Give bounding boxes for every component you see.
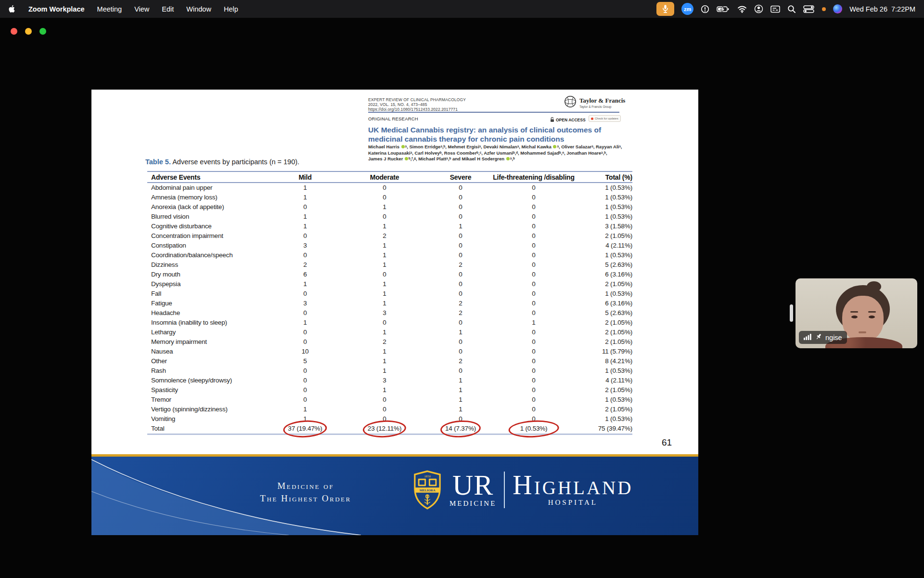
check-for-updates-badge[interactable]: Check for updates <box>589 115 621 122</box>
red-circle-annotation: 14 (7.37%) <box>445 424 476 434</box>
table-row: Dry mouth60006 (3.16%) <box>147 270 632 279</box>
zoom-menubar-icon[interactable]: zm <box>681 3 693 15</box>
slide-footer-banner: Medicine of The Highest Order 1850 MELIO… <box>91 454 698 535</box>
control-center-icon[interactable] <box>803 5 815 13</box>
table-row: Concentration impairment02002 (1.05%) <box>147 231 632 241</box>
pinned-icon <box>815 333 822 342</box>
medicine-tagline: Medicine of The Highest Order <box>236 480 375 505</box>
menu-item-window[interactable]: Window <box>186 5 211 13</box>
table-row: Amnesia (memory loss)10001 (0.53%) <box>147 193 632 202</box>
table-row: Spasticity01102 (1.05%) <box>147 385 632 395</box>
table-row: Headache03205 (2.63%) <box>147 308 632 318</box>
table-row: Fall01001 (0.53%) <box>147 289 632 299</box>
author-line: James J Rucker ᵇ,ᶠ,ᵍ, Michael Plattᵃ,ᵇ a… <box>368 156 630 162</box>
minimize-window-button[interactable] <box>25 28 32 35</box>
taylor-francis-globe-icon <box>564 95 577 110</box>
table-row: Blurred vision10001 (0.53%) <box>147 212 632 222</box>
author-line: Michael Harris ᵃ, Simon Erridgeᵃ,ᵇ, Mehm… <box>368 144 630 150</box>
table-row: Tremor00101 (0.53%) <box>147 395 632 405</box>
open-access-lock-icon <box>550 116 554 124</box>
recording-indicator-dot <box>822 7 826 11</box>
paper-title: UK Medical Cannabis registry: an analysi… <box>368 125 628 144</box>
zoom-window-button[interactable] <box>39 28 46 35</box>
video-panel-collapse-handle[interactable] <box>790 304 793 322</box>
column-header-4: Life-threatening /disabling <box>493 172 575 183</box>
window-controls <box>11 28 46 35</box>
table-row: Abdominal pain upper10001 (0.53%) <box>147 183 632 193</box>
journal-info: EXPERT REVIEW OF CLINICAL PHARMACOLOGY 2… <box>368 97 466 112</box>
update-alert-icon[interactable] <box>701 5 709 13</box>
table-row: Memory impairment02002 (1.05%) <box>147 337 632 347</box>
input-source-icon[interactable] <box>770 5 780 13</box>
wifi-icon[interactable] <box>737 5 747 13</box>
author-line: Katerina Loupasakiᵃ, Carl Holveyᵇ, Ross … <box>368 150 630 157</box>
participant-name: ngise <box>825 334 842 342</box>
table-row: Nausea1010011 (5.79%) <box>147 347 632 356</box>
screenshot-root: { "menu_bar": { "app_name": "Zoom Workpl… <box>0 0 924 578</box>
adverse-events-table: Adverse EventsMildModerateSevereLife-thr… <box>147 171 632 435</box>
svg-text:1850: 1850 <box>424 474 431 478</box>
mic-active-button[interactable] <box>656 2 674 16</box>
siri-icon[interactable] <box>833 4 842 13</box>
svg-text:MELIORA: MELIORA <box>419 488 435 492</box>
orcid-icon <box>405 157 408 160</box>
publisher-group: Taylor & Francis Group <box>579 105 625 108</box>
crossmark-icon <box>591 118 593 120</box>
participant-name-tag: ngise <box>799 331 847 344</box>
red-circle-annotation: 23 (12.11%) <box>368 424 401 434</box>
table-total-row: Total37 (19.47%)23 (12.11%)14 (7.37%)1 (… <box>147 424 632 434</box>
close-window-button[interactable] <box>11 28 17 35</box>
menu-item-help[interactable]: Help <box>224 5 238 13</box>
red-circle-annotation: 1 (0.53%) <box>520 424 548 434</box>
table-row: Other51208 (4.21%) <box>147 356 632 366</box>
table-row: Cognitive disturbance11103 (1.58%) <box>147 222 632 231</box>
article-type-label: ORIGINAL RESEARCH <box>368 116 418 121</box>
ur-medicine-wordmark: UR MEDICINE <box>449 473 496 508</box>
column-header-5: Total (%) <box>605 172 632 183</box>
connection-quality-icon <box>804 333 812 342</box>
table-row: Vertigo (spinning/dizziness)10102 (1.05%… <box>147 405 632 414</box>
table-row: Somnolence (sleepy/drowsy)03104 (2.11%) <box>147 376 632 385</box>
table-row: Constipation31004 (2.11%) <box>147 241 632 250</box>
table-header-row: Adverse EventsMildModerateSevereLife-thr… <box>147 171 632 183</box>
table-caption: Table 5. Adverse events by participants … <box>145 158 299 166</box>
highland-hospital-wordmark: Highland HOSPITAL <box>513 473 633 507</box>
table-row: Lethargy01102 (1.05%) <box>147 328 632 337</box>
participant-video-tile[interactable]: ngise <box>796 278 917 348</box>
logo-divider <box>504 472 505 508</box>
table-row: Dizziness21205 (2.63%) <box>147 260 632 270</box>
menu-item-meeting[interactable]: Meeting <box>97 5 122 13</box>
column-header-1: Mild <box>298 172 311 183</box>
column-header-2: Moderate <box>370 172 399 183</box>
orcid-icon <box>506 157 510 160</box>
orcid-icon <box>553 145 556 148</box>
apple-logo-icon[interactable] <box>9 4 16 13</box>
macos-menu-bar: Zoom Workplace MeetingViewEditWindowHelp… <box>0 0 924 18</box>
column-header-0: Adverse Events <box>151 172 200 183</box>
table-row: Insomnia (inability to sleep)10012 (1.05… <box>147 318 632 328</box>
menu-item-edit[interactable]: Edit <box>162 5 174 13</box>
table-row: Anorexia (lack of appetite)01001 (0.53%) <box>147 202 632 212</box>
shared-presentation-slide: EXPERT REVIEW OF CLINICAL PHARMACOLOGY 2… <box>91 90 698 535</box>
table-row: Rash01001 (0.53%) <box>147 366 632 376</box>
header-divider <box>368 112 619 113</box>
open-access-label: OPEN ACCESS <box>556 118 586 122</box>
publisher-logo: Taylor & Francis Taylor & Francis Group <box>564 95 625 110</box>
publisher-name: Taylor & Francis <box>579 97 625 105</box>
menu-clock[interactable]: Wed Feb 26 7:22PM <box>849 5 915 13</box>
journal-doi: https://doi.org/10.1080/17512433.2022.20… <box>368 107 466 112</box>
red-circle-annotation: 37 (19.47%) <box>288 424 322 434</box>
menu-app-name[interactable]: Zoom Workplace <box>28 5 85 13</box>
user-account-icon[interactable] <box>754 4 763 13</box>
column-header-3: Severe <box>450 172 472 183</box>
table-row: Fatigue31206 (3.16%) <box>147 299 632 308</box>
spotlight-search-icon[interactable] <box>787 5 796 13</box>
battery-charging-icon[interactable] <box>717 5 730 13</box>
ur-shield-logo: 1850 MELIORA <box>413 470 442 510</box>
slide-page-number: 61 <box>662 437 672 448</box>
menu-item-view[interactable]: View <box>134 5 149 13</box>
orcid-icon <box>401 145 405 148</box>
journal-volume: 2022, VOL. 15, NO. 4, 473–485 <box>368 102 466 107</box>
paper-authors: Michael Harris ᵃ, Simon Erridgeᵃ,ᵇ, Mehm… <box>368 144 630 162</box>
table-row: Dyspepsia11002 (1.05%) <box>147 279 632 289</box>
